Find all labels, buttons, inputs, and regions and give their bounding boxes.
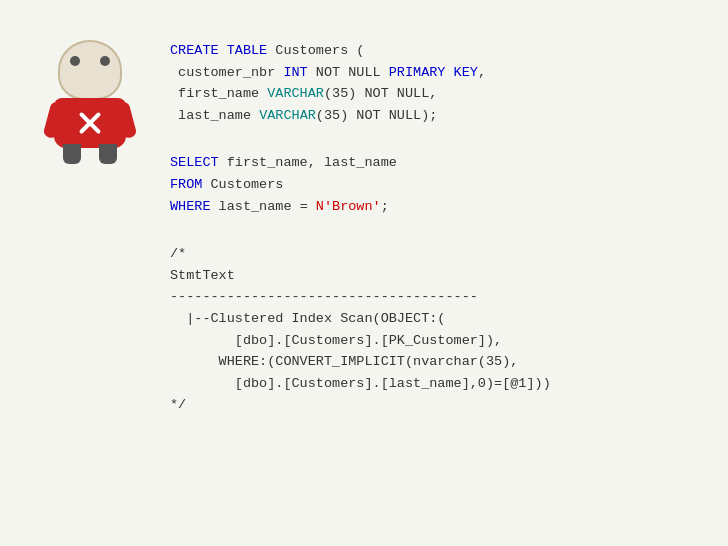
figure-right-leg [99,144,117,164]
code-line: WHERE:(CONVERT_IMPLICIT(nvarchar(35), [170,351,708,373]
code-line: first_name VARCHAR(35) NOT NULL, [170,83,708,105]
code-section: CREATE TABLE Customers ( customer_nbr IN… [160,30,728,434]
code-line: [dbo].[Customers].[PK_Customer]), [170,330,708,352]
code-block-comment: /* StmtText ----------------------------… [170,243,708,416]
code-line: -------------------------------------- [170,286,708,308]
figure [45,40,135,150]
spacer-1 [170,134,708,152]
code-line: /* [170,243,708,265]
figure-eye-right [100,56,110,66]
code-line: StmtText [170,265,708,287]
code-line: last_name VARCHAR(35) NOT NULL); [170,105,708,127]
figure-left-leg [63,144,81,164]
code-line: SELECT first_name, last_name [170,152,708,174]
code-block-select: SELECT first_name, last_name FROM Custom… [170,152,708,217]
figure-eyes [70,56,110,66]
code-line: WHERE last_name = N'Brown'; [170,196,708,218]
code-line: customer_nbr INT NOT NULL PRIMARY KEY, [170,62,708,84]
code-line: |--Clustered Index Scan(OBJECT:( [170,308,708,330]
code-line: FROM Customers [170,174,708,196]
spacer-2 [170,225,708,243]
code-line: */ [170,394,708,416]
avatar-section [20,30,160,150]
code-block-create: CREATE TABLE Customers ( customer_nbr IN… [170,40,708,126]
page-container: CREATE TABLE Customers ( customer_nbr IN… [0,0,728,546]
figure-eye-left [70,56,80,66]
code-line: CREATE TABLE Customers ( [170,40,708,62]
code-line: [dbo].[Customers].[last_name],0)=[@1])) [170,373,708,395]
figure-head [58,40,122,100]
